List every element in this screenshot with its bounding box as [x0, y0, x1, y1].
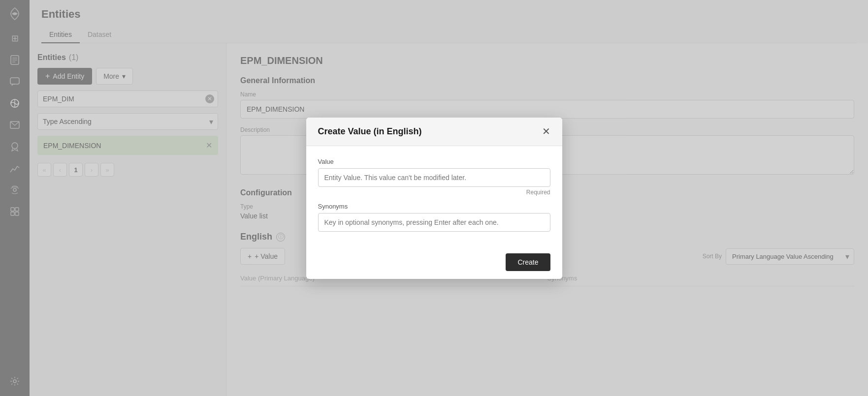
create-value-modal: Create Value (in English) ✕ Value Requir… [306, 118, 562, 279]
modal-overlay[interactable]: Create Value (in English) ✕ Value Requir… [0, 0, 868, 396]
create-button[interactable]: Create [506, 253, 550, 271]
modal-body: Value Required Synonyms [306, 146, 562, 245]
value-label: Value [318, 158, 550, 165]
required-text: Required [318, 189, 550, 196]
modal-header: Create Value (in English) ✕ [306, 118, 562, 146]
modal-close-button[interactable]: ✕ [542, 126, 550, 136]
synonyms-label: Synonyms [318, 203, 550, 210]
synonyms-input[interactable] [318, 213, 550, 232]
modal-footer: Create [306, 245, 562, 279]
modal-title: Create Value (in English) [318, 126, 422, 137]
value-input[interactable] [318, 168, 550, 187]
